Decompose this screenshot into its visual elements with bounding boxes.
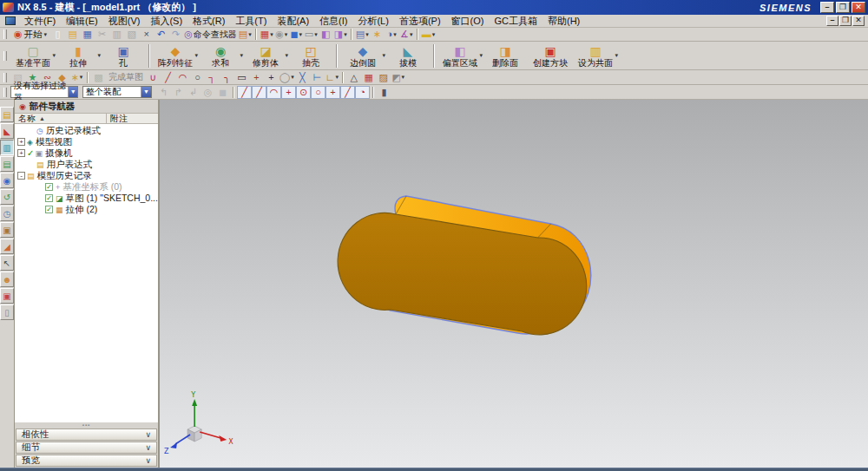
history-tab[interactable]: ↺ [0,189,14,205]
extrude-button[interactable]: ▮拉伸▾ [56,43,101,69]
start-menu-button[interactable]: ◉ 开始 ▾ [10,29,50,41]
constraint-navigator-tab[interactable]: ◣ [0,123,14,139]
create-box-button[interactable]: ▣创建方块 [528,43,573,69]
feature-checkbox[interactable]: ✓ [45,206,53,213]
cut-icon[interactable]: ✂ [95,29,109,41]
ellipse-icon[interactable]: ◯▾ [279,71,295,83]
layer-settings-icon[interactable]: ▤▾ [355,29,370,41]
tree-expander[interactable]: + [17,138,25,146]
tree-item-history-mode[interactable]: ◷历史记录模式 [15,125,158,136]
shell-button[interactable]: ◰抽壳 [288,43,333,69]
command-finder-button[interactable]: ◎命令查找器 [183,29,238,41]
edge-blend-button[interactable]: ◆边倒圆▾ [340,43,385,69]
sketch-icon[interactable]: ▧ [10,71,25,83]
point-small-icon[interactable]: ∗▾ [69,71,84,83]
paste-icon[interactable]: ▧ [124,29,139,41]
delete-icon[interactable]: × [139,29,154,41]
selection-filter-dropdown[interactable]: 没有选择过滤器 ▼ [10,86,78,98]
snap-control-point-icon[interactable]: ◠ [266,86,281,99]
feature-checkbox[interactable]: ✓ [45,183,53,191]
quick-trim-icon[interactable]: ╳ [295,71,310,83]
process-studio-tab[interactable]: ◷ [0,206,14,221]
arc-icon[interactable]: ◠ [175,71,190,83]
column-header-name[interactable]: 名称 ▲ [15,114,107,123]
finish-sketch-button[interactable]: 完成草图 [108,71,143,83]
menu-item-12[interactable]: 帮助(H) [542,16,585,27]
menu-item-1[interactable]: 编辑(E) [61,16,103,27]
snap-handle-icon[interactable]: ↰ [156,86,171,98]
menu-item-6[interactable]: 装配(A) [272,16,314,27]
offset-curve-icon[interactable]: + [264,71,279,83]
panel-dependencies[interactable]: 相依性∨ [16,428,157,441]
menu-item-5[interactable]: 工具(T) [230,16,272,27]
constraint-icon[interactable]: ▨ [376,71,391,83]
tree-expander[interactable]: + [17,149,25,157]
shaded-view-icon[interactable]: ◼▾ [289,29,304,41]
quick-extend-icon[interactable]: ⊢ [310,71,325,83]
minimize-button[interactable]: – [820,2,834,13]
snap-end-point-icon[interactable]: ╱ [237,86,252,99]
menu-item-10[interactable]: 窗口(O) [446,16,490,27]
tree-item-model-history[interactable]: -▤模型历史记录 [15,170,158,181]
column-header-note[interactable]: 附注 [107,113,158,125]
part-navigator-tab[interactable]: ▥ [0,140,14,155]
undo-icon[interactable]: ↶ [154,29,168,41]
triangle-mesh-icon[interactable]: △ [346,71,361,83]
clip-work-section-icon[interactable]: ◨▾ [333,29,348,41]
window-icon[interactable]: ▭▾ [304,29,319,41]
toolbar-grip[interactable] [3,29,7,39]
tree-item-cameras[interactable]: +✓▣摄像机 [15,147,158,159]
toolbar-grip[interactable] [3,73,7,82]
menu-item-11[interactable]: GC工具箱 [489,16,542,27]
make-coplanar-button[interactable]: ▥设为共面▾ [573,43,618,69]
grid-icon[interactable]: ▦ [361,71,376,83]
snap-point-on-curve-icon[interactable]: ╱ [340,86,355,99]
draft-button[interactable]: ◣拔模 [385,43,431,69]
tree-item-datum-csys[interactable]: ✓+基准坐标系 (0) [15,181,158,193]
extruded-model-body[interactable] [338,196,591,335]
tile-windows-icon[interactable]: ▦▾ [260,29,274,41]
feature-checkbox[interactable]: ✓ [45,194,53,202]
copy-icon[interactable]: ▥ [109,29,124,41]
menu-item-4[interactable]: 格式(R) [187,16,230,27]
column-tab[interactable]: ▯ [0,304,14,320]
open-folder-icon[interactable]: ▤ [65,29,80,41]
hole-button[interactable]: ▣孔 [101,43,146,69]
snap-existing-point-icon[interactable]: + [326,86,340,99]
selection-scope-dropdown[interactable]: 整个装配 ▼ [82,86,152,98]
menu-item-9[interactable]: 首选项(P) [394,16,446,27]
tree-item-extrude[interactable]: ✓▦拉伸 (2) [15,204,158,215]
pattern-feature-button[interactable]: ◆阵列特征▾ [153,43,198,69]
chamfer-icon[interactable]: ╮ [220,71,234,83]
offset-region-button[interactable]: ◧偏置区域▾ [437,43,483,69]
snap-point-on-face-icon[interactable]: ◔ [355,86,370,99]
save-icon[interactable]: ▦ [80,29,95,41]
roles-tab[interactable]: ↖ [0,255,14,271]
navigator-splitter[interactable]: ▪▪▪ [15,422,158,428]
restore-button[interactable]: ❐ [836,2,850,13]
window-tab[interactable]: ▣ [0,288,14,304]
menu-item-3[interactable]: 插入(S) [145,16,187,27]
mdi-restore-button[interactable]: ❐ [839,16,852,26]
snap-arc-center-icon[interactable]: ⊙ [296,86,311,99]
people-tab[interactable]: ☻ [0,271,14,287]
manage-views-tab[interactable]: ▣ [0,222,14,238]
snap-intersection-icon[interactable]: + [281,86,296,99]
redo-icon[interactable]: ↷ [168,29,183,41]
tree-item-user-expressions[interactable]: ▤用户表达式 [15,159,158,170]
auto-constrain-icon[interactable]: ◩▾ [391,71,405,83]
show-hide-icon[interactable]: ◑▾ [385,29,399,41]
tree-item-model-views[interactable]: +◈模型视图 [15,136,158,147]
snap-mid-point-icon[interactable]: ╱ [252,86,266,99]
panel-preview[interactable]: 预览∨ [16,455,157,467]
menu-item-2[interactable]: 视图(V) [103,16,146,27]
reuse-library-tab[interactable]: ▤ [0,156,14,172]
polygon-icon[interactable]: + [249,71,264,83]
wcs-orient-icon[interactable]: ◎ [201,86,215,98]
palette-tab[interactable]: ◢ [0,239,14,254]
unite-button[interactable]: ◉求和▾ [198,43,243,69]
snap-quadrant-icon[interactable]: ○ [311,86,326,99]
datum-plane-button[interactable]: ▢基准平面▾ [10,43,56,69]
orbit-icon[interactable]: ◉▾ [274,29,289,41]
mdi-close-button[interactable]: ✕ [852,16,865,26]
